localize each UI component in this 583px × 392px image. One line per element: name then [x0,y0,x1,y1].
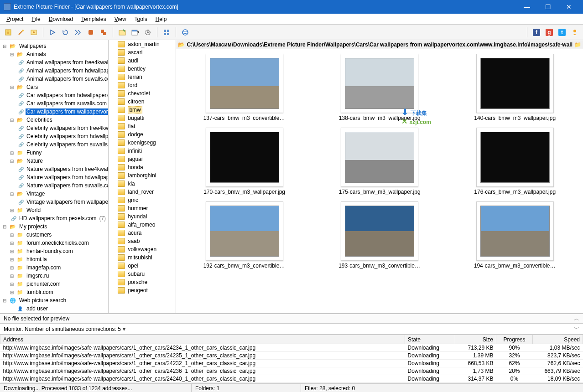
tree-toggle[interactable]: ⊞ [9,208,15,213]
thumbnail[interactable]: 193-cars_bmw_m3_convertible_wallp... [314,201,445,269]
twitter-icon[interactable]: t [557,27,567,38]
thumbnail[interactable]: 170-cars_bmw_m3_wallpaper.jpg [179,128,310,195]
tree-toggle[interactable]: ⊟ [2,44,7,49]
refresh-icon[interactable] [60,27,71,38]
preview-bar[interactable]: No file selected for preview ︿ [0,314,583,324]
tree-toggle[interactable]: ⊟ [9,159,15,164]
stop-icon[interactable] [85,27,96,38]
new-project-icon[interactable] [3,27,14,38]
tree-item[interactable]: Vintage wallpapers from wallpaperswide.c… [0,198,108,206]
thumbnail[interactable]: 175-cars_bmw_m3_wallpaper.jpg [314,128,445,195]
folder-row[interactable]: bugatti [109,114,176,122]
folder-row[interactable]: lamborghini [109,171,176,180]
tree-item[interactable]: Animal wallpapers from hdwallpapers.in [0,67,108,75]
menu-help[interactable]: Help [152,15,171,23]
folder-row[interactable]: ferrari [109,73,176,81]
folder-row[interactable]: dodge [109,130,176,139]
open-folder-icon[interactable] [117,27,128,38]
col-address[interactable]: Address [0,335,405,344]
tree-toggle[interactable]: ⊞ [9,290,15,295]
tree-toggle[interactable]: ⊞ [9,282,15,287]
tree-toggle[interactable]: ⊟ [9,118,15,123]
folder-row[interactable]: ascari [109,48,176,57]
col-progress[interactable]: Progress [496,335,533,344]
tree-item[interactable]: sunshine beach (88) [0,313,108,313]
folder-list[interactable]: aston_martinascariaudibentleyferrariford… [109,40,176,313]
tree-toggle[interactable]: ⊞ [9,232,15,237]
gear-icon[interactable] [142,27,153,38]
tree-item[interactable]: Celebrity wallpapers from suwalls.com [0,140,108,149]
tree-wallpapers[interactable]: ⊟ Wallpapers [0,42,108,50]
tree-item[interactable]: HD wallpapers from pexels.com (7) [0,214,108,222]
col-speed[interactable]: Speed [533,335,583,344]
tree-item[interactable]: ⊞ customers [0,231,108,239]
calendar-icon[interactable]: ▾ [130,27,141,38]
monitor-bar[interactable]: Monitor. Number of simultaneous connecti… [0,324,583,335]
folder-row[interactable]: peugeot [109,286,176,294]
folder-row[interactable]: mitsubishi [109,253,176,262]
tree-toggle[interactable]: ⊟ [9,191,15,196]
folder-row[interactable]: kia [109,180,176,188]
tree-item[interactable]: Nature wallpapers from suwalls.com [0,181,108,190]
facebook-icon[interactable]: f [531,27,542,38]
tree-toggle[interactable]: ⊞ [9,241,15,246]
menu-tools[interactable]: Tools [131,15,151,23]
magic-wand-icon[interactable] [16,27,26,38]
folder-row[interactable]: jaguar [109,155,176,163]
folder-row[interactable]: acura [109,229,176,237]
download-row[interactable]: http://www.imgbase.info/images/safe-wall… [0,367,583,375]
tree-cars[interactable]: ⊟ Cars [0,83,108,91]
tree-celebrities[interactable]: ⊟ Celebrities [0,116,108,124]
thumbnail[interactable]: 192-cars_bmw_m3_convertible_wallp... [179,201,310,269]
tree-websearch[interactable]: ⊟ Web picture search [0,296,108,304]
tree-item[interactable]: Car wallpapers from suwalls.com (62) [0,99,108,108]
tree-nature[interactable]: ⊟ Nature [0,157,108,165]
tree-item[interactable]: ⊞ forum.oneclickchicks.com [0,239,108,247]
folder-row[interactable]: koenigsegg [109,139,176,147]
tree-funny[interactable]: ⊞ Funny [0,149,108,157]
menu-project[interactable]: Project [3,15,27,23]
stop-all-icon[interactable] [98,27,109,38]
menu-view[interactable]: View [111,15,130,23]
folder-row[interactable]: bmw [109,106,176,114]
tree-toggle[interactable]: ⊞ [9,273,15,279]
download-grid[interactable]: Address State Size Progress Speed http:/… [0,335,583,384]
tree-item[interactable]: Nature wallpapers from free4kwallpapers.… [0,165,108,173]
tree-animals[interactable]: ⊟ Animals [0,50,108,58]
col-size[interactable]: Size [455,335,496,344]
folder-row[interactable]: alfa_romeo [109,221,176,229]
tree-item[interactable]: ⊞ imgsrc.ru [0,272,108,280]
collapse-icon[interactable]: ﹀ [574,325,579,333]
tree-item[interactable]: Animal wallpapers from free4kwallpapers.… [0,58,108,67]
menu-download[interactable]: Download [45,15,77,23]
folder-row[interactable]: audi [109,57,176,65]
thumbnail[interactable]: 138-cars_bmw_m3_wallpaper.jpg [314,54,445,121]
folder-row[interactable]: saab [109,237,176,245]
menu-templates[interactable]: Templates [78,15,110,23]
download-row[interactable]: http://www.imgbase.info/images/safe-wall… [0,375,583,383]
tree-item[interactable]: ⊞ hentai-foundry.com [0,247,108,255]
menu-file[interactable]: File [28,15,44,23]
folder-row[interactable]: chevrolet [109,89,176,98]
tree-toggle[interactable]: ⊟ [2,224,7,229]
tree-world[interactable]: ⊞ World [0,206,108,214]
play-icon[interactable] [47,27,58,38]
tree-adduser[interactable]: add user [0,304,108,313]
fast-forward-icon[interactable] [73,27,83,38]
thumbnail[interactable]: 140-cars_bmw_m3_wallpaper.jpg [449,54,580,121]
download-row[interactable]: http://www.imgbase.info/images/safe-wall… [0,352,583,360]
folder-row[interactable]: subaru [109,270,176,278]
thumbnail-grid[interactable]: 137-cars_bmw_m3_convertible_wallp... 138… [176,49,583,313]
col-state[interactable]: State [405,335,455,344]
folder-row[interactable]: bentley [109,65,176,73]
thumbnail[interactable]: 176-cars_bmw_m3_wallpaper.jpg [449,128,580,195]
thumbnail[interactable]: 137-cars_bmw_m3_convertible_wallp... [179,54,310,121]
folder-row[interactable]: porsche [109,278,176,286]
tree-item[interactable]: Car wallpapers from wallpapervortex.com … [0,108,108,116]
tree-item[interactable]: Animal wallpapers from suwalls.com [0,75,108,83]
folder-row[interactable]: volkswagen [109,245,176,253]
google-icon[interactable]: g [544,27,555,38]
tree-toggle[interactable]: ⊞ [9,257,15,262]
tree-item[interactable]: Celebrity wallpapers from hdwallpapers.i… [0,132,108,140]
tree-toggle[interactable]: ⊟ [2,298,7,303]
